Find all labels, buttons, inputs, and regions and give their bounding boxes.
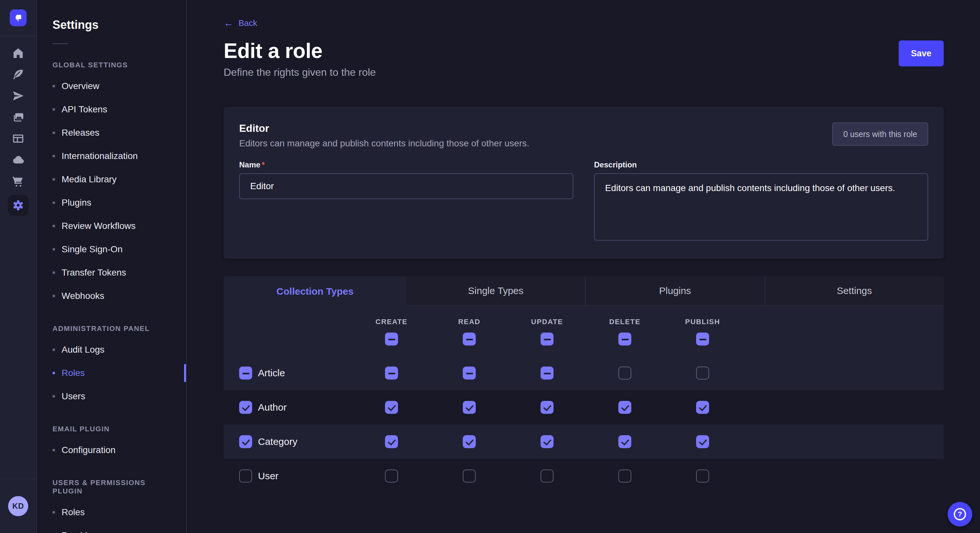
page-title: Edit a role: [224, 38, 376, 64]
users-with-role-badge[interactable]: 0 users with this role: [832, 122, 928, 146]
permission-checkbox-delete[interactable]: [618, 470, 631, 482]
row-select-checkbox[interactable]: [239, 435, 252, 448]
back-label: Back: [239, 18, 257, 28]
permission-checkbox-publish[interactable]: [696, 435, 709, 448]
sidebar-item-review-workflows[interactable]: Review Workflows: [37, 214, 186, 238]
row-select-checkbox[interactable]: [239, 470, 252, 482]
table-row-article: Article: [224, 356, 944, 390]
permission-checkbox-read[interactable]: [463, 401, 476, 414]
sidebar-item-label: Internationalization: [62, 151, 138, 161]
sidebar-item-audit-logs[interactable]: Audit Logs: [37, 338, 186, 362]
permission-checkbox-create[interactable]: [385, 366, 398, 379]
permission-checkbox-create[interactable]: [385, 435, 398, 448]
sidebar-item-label: Releases: [62, 128, 100, 138]
media-library-icon[interactable]: [8, 109, 29, 125]
bullet-icon: [52, 348, 55, 351]
section-global-settings: GLOBAL SETTINGS Overview API Tokens Rele…: [37, 61, 186, 308]
sidebar-item-api-tokens[interactable]: API Tokens: [37, 98, 186, 121]
role-description-text: Editors can manage and publish contents …: [239, 138, 529, 149]
feather-icon[interactable]: [8, 67, 29, 82]
description-field-label: Description: [594, 160, 928, 169]
description-field-group: Description Editors can manage and publi…: [594, 160, 928, 243]
sidebar-item-label: Users: [62, 391, 85, 401]
sidebar-item-label: Review Workflows: [62, 221, 135, 231]
strapi-logo[interactable]: [10, 10, 27, 26]
paper-plane-icon[interactable]: [8, 88, 29, 104]
sidebar-item-label: Overview: [62, 81, 100, 91]
select-all-delete-checkbox[interactable]: [618, 333, 631, 346]
permissions-section: Collection Types Single Types Plugins Se…: [224, 276, 944, 493]
sidebar-item-users[interactable]: Users: [37, 385, 186, 408]
sidebar-item-plugins[interactable]: Plugins: [37, 191, 186, 214]
sidebar-item-roles-up[interactable]: Roles: [37, 501, 186, 524]
row-select-checkbox[interactable]: [239, 366, 252, 379]
permission-checkbox-read[interactable]: [463, 366, 476, 379]
permission-checkbox-read[interactable]: [463, 470, 476, 482]
select-all-read-checkbox[interactable]: [463, 333, 476, 346]
permission-checkbox-update[interactable]: [541, 401, 554, 414]
bullet-icon: [52, 225, 55, 227]
sidebar-item-single-sign-on[interactable]: Single Sign-On: [37, 238, 186, 261]
bullet-icon: [52, 85, 55, 87]
tab-collection-types[interactable]: Collection Types: [224, 276, 406, 307]
cloud-icon[interactable]: [8, 152, 29, 168]
table-row-category: Category: [224, 425, 944, 459]
tab-single-types[interactable]: Single Types: [406, 276, 585, 305]
bullet-icon: [52, 178, 55, 181]
settings-subnav: Settings GLOBAL SETTINGS Overview API To…: [37, 0, 187, 533]
user-avatar[interactable]: KD: [8, 496, 28, 516]
sidebar-item-configuration[interactable]: Configuration: [37, 438, 186, 462]
permission-checkbox-delete[interactable]: [618, 366, 631, 379]
permission-checkbox-delete[interactable]: [618, 435, 631, 448]
permission-checkbox-update[interactable]: [541, 435, 554, 448]
help-button[interactable]: ?: [948, 502, 972, 527]
select-all-publish-checkbox[interactable]: [696, 333, 709, 346]
sidebar-item-media-library[interactable]: Media Library: [37, 168, 186, 191]
tab-plugins[interactable]: Plugins: [585, 276, 764, 305]
marketplace-cart-icon[interactable]: [8, 174, 29, 189]
description-textarea[interactable]: Editors can manage and publish contents …: [594, 173, 928, 241]
row-label: User: [239, 470, 353, 482]
sidebar-item-label: API Tokens: [62, 104, 107, 115]
permission-checkbox-publish[interactable]: [696, 366, 709, 379]
permission-checkbox-delete[interactable]: [618, 401, 631, 414]
select-all-update-checkbox[interactable]: [541, 333, 554, 346]
name-field-label: Name*: [239, 160, 573, 169]
settings-gear-icon[interactable]: [8, 195, 29, 216]
permission-checkbox-update[interactable]: [541, 366, 554, 379]
tab-settings[interactable]: Settings: [765, 276, 944, 305]
sidebar-item-releases[interactable]: Releases: [37, 121, 186, 144]
permissions-header-row: CREATE READ UPDATE DELETE PUBLISH: [224, 306, 944, 356]
permissions-tabbar: Collection Types Single Types Plugins Se…: [224, 276, 944, 306]
bullet-icon: [52, 108, 55, 111]
permission-checkbox-publish[interactable]: [696, 470, 709, 482]
role-card-titles: Editor Editors can manage and publish co…: [239, 122, 529, 149]
column-create: CREATE: [353, 318, 430, 346]
sidebar-item-providers[interactable]: Providers: [37, 524, 186, 533]
permission-checkbox-create[interactable]: [385, 470, 398, 482]
row-select-checkbox[interactable]: [239, 401, 252, 414]
permission-checkbox-create[interactable]: [385, 401, 398, 414]
name-input[interactable]: [239, 173, 573, 199]
nav-list: Configuration: [37, 438, 186, 462]
bullet-icon: [52, 271, 55, 274]
content-manager-icon[interactable]: [8, 131, 29, 146]
content-type-name: Article: [258, 368, 285, 379]
sidebar-item-webhooks[interactable]: Webhooks: [37, 284, 186, 308]
save-button[interactable]: Save: [899, 40, 944, 67]
select-all-create-checkbox[interactable]: [385, 333, 398, 346]
role-fields: Name* Description Editors can manage and…: [239, 160, 928, 243]
back-link[interactable]: ←Back: [224, 18, 257, 28]
permission-checkbox-publish[interactable]: [696, 401, 709, 414]
column-update: UPDATE: [508, 318, 586, 346]
sidebar-item-internationalization[interactable]: Internationalization: [37, 144, 186, 168]
permission-checkbox-read[interactable]: [463, 435, 476, 448]
sidebar-item-roles-admin[interactable]: Roles: [37, 362, 186, 385]
home-icon[interactable]: [8, 45, 29, 61]
sidebar-item-transfer-tokens[interactable]: Transfer Tokens: [37, 261, 186, 284]
bullet-icon: [52, 395, 55, 398]
strapi-logo-glyph: [13, 13, 23, 23]
permission-checkbox-update[interactable]: [541, 470, 554, 482]
bullet-icon: [52, 201, 55, 204]
sidebar-item-overview[interactable]: Overview: [37, 75, 186, 98]
